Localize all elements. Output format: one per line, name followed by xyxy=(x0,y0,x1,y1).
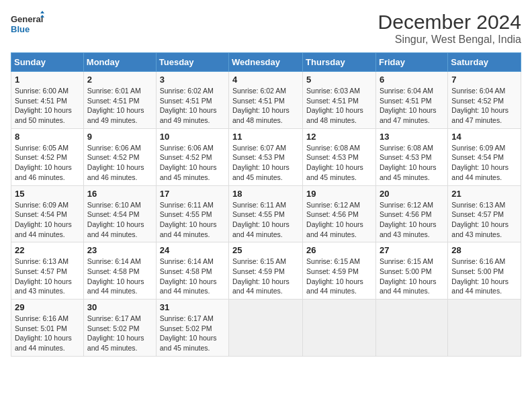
calendar-week-3: 15 Sunrise: 6:09 AM Sunset: 4:54 PM Dayl… xyxy=(11,185,521,242)
calendar-cell: 12 Sunrise: 6:08 AM Sunset: 4:53 PM Dayl… xyxy=(303,128,376,185)
header-tuesday: Tuesday xyxy=(156,53,228,72)
day-detail: Sunrise: 6:08 AM Sunset: 4:53 PM Dayligh… xyxy=(380,143,444,183)
day-number: 10 xyxy=(160,132,225,142)
header-thursday: Thursday xyxy=(303,53,376,72)
day-number: 15 xyxy=(15,189,80,199)
day-number: 11 xyxy=(232,132,299,142)
day-number: 25 xyxy=(232,245,299,255)
day-detail: Sunrise: 6:02 AM Sunset: 4:51 PM Dayligh… xyxy=(160,86,225,126)
day-detail: Sunrise: 6:04 AM Sunset: 4:52 PM Dayligh… xyxy=(451,86,517,126)
calendar-cell: 28 Sunrise: 6:16 AM Sunset: 5:00 PM Dayl… xyxy=(448,242,521,300)
page-subtitle: Singur, West Bengal, India xyxy=(378,34,521,46)
day-detail: Sunrise: 6:11 AM Sunset: 4:55 PM Dayligh… xyxy=(232,200,299,240)
calendar-cell: 10 Sunrise: 6:06 AM Sunset: 4:52 PM Dayl… xyxy=(156,128,228,185)
calendar-cell: 20 Sunrise: 6:12 AM Sunset: 4:56 PM Dayl… xyxy=(375,185,447,242)
day-detail: Sunrise: 6:08 AM Sunset: 4:53 PM Dayligh… xyxy=(306,143,372,183)
day-number: 13 xyxy=(380,132,444,142)
calendar-cell: 9 Sunrise: 6:06 AM Sunset: 4:52 PM Dayli… xyxy=(83,128,156,185)
day-detail: Sunrise: 6:14 AM Sunset: 4:58 PM Dayligh… xyxy=(87,257,152,296)
day-number: 4 xyxy=(232,75,299,85)
calendar-cell: 8 Sunrise: 6:05 AM Sunset: 4:52 PM Dayli… xyxy=(11,128,84,185)
day-detail: Sunrise: 6:07 AM Sunset: 4:53 PM Dayligh… xyxy=(232,143,299,183)
day-number: 16 xyxy=(87,189,152,199)
day-detail: Sunrise: 6:16 AM Sunset: 5:01 PM Dayligh… xyxy=(15,314,80,353)
day-detail: Sunrise: 6:15 AM Sunset: 4:59 PM Dayligh… xyxy=(306,257,372,296)
day-detail: Sunrise: 6:04 AM Sunset: 4:51 PM Dayligh… xyxy=(380,86,444,126)
calendar-cell: 19 Sunrise: 6:12 AM Sunset: 4:56 PM Dayl… xyxy=(303,185,376,242)
calendar-cell: 27 Sunrise: 6:15 AM Sunset: 5:00 PM Dayl… xyxy=(375,242,447,300)
day-detail: Sunrise: 6:12 AM Sunset: 4:56 PM Dayligh… xyxy=(306,200,372,240)
day-number: 19 xyxy=(306,189,372,199)
calendar-cell: 4 Sunrise: 6:02 AM Sunset: 4:51 PM Dayli… xyxy=(229,72,303,129)
day-number: 12 xyxy=(306,132,372,142)
day-detail: Sunrise: 6:00 AM Sunset: 4:51 PM Dayligh… xyxy=(15,86,80,126)
logo: General Blue xyxy=(11,11,44,38)
calendar-cell: 29 Sunrise: 6:16 AM Sunset: 5:01 PM Dayl… xyxy=(11,300,84,357)
day-detail: Sunrise: 6:10 AM Sunset: 4:54 PM Dayligh… xyxy=(87,200,152,240)
day-detail: Sunrise: 6:09 AM Sunset: 4:54 PM Dayligh… xyxy=(451,143,517,183)
calendar-week-1: 1 Sunrise: 6:00 AM Sunset: 4:51 PM Dayli… xyxy=(11,72,521,129)
day-number: 21 xyxy=(451,189,517,199)
day-number: 9 xyxy=(87,132,152,142)
day-number: 2 xyxy=(87,75,152,85)
svg-text:Blue: Blue xyxy=(11,24,30,34)
calendar-cell: 25 Sunrise: 6:15 AM Sunset: 4:59 PM Dayl… xyxy=(229,242,303,300)
calendar-cell xyxy=(303,300,376,357)
day-detail: Sunrise: 6:17 AM Sunset: 5:02 PM Dayligh… xyxy=(160,314,225,353)
calendar-cell: 11 Sunrise: 6:07 AM Sunset: 4:53 PM Dayl… xyxy=(229,128,303,185)
header-wednesday: Wednesday xyxy=(229,53,303,72)
calendar-cell: 6 Sunrise: 6:04 AM Sunset: 4:51 PM Dayli… xyxy=(375,72,447,129)
day-number: 18 xyxy=(232,189,299,199)
day-number: 14 xyxy=(451,132,517,142)
day-number: 17 xyxy=(160,189,225,199)
calendar-cell: 16 Sunrise: 6:10 AM Sunset: 4:54 PM Dayl… xyxy=(83,185,156,242)
calendar-cell: 18 Sunrise: 6:11 AM Sunset: 4:55 PM Dayl… xyxy=(229,185,303,242)
logo-svg: General Blue xyxy=(11,11,44,38)
day-number: 3 xyxy=(160,75,225,85)
calendar-week-5: 29 Sunrise: 6:16 AM Sunset: 5:01 PM Dayl… xyxy=(11,300,521,357)
calendar-cell: 14 Sunrise: 6:09 AM Sunset: 4:54 PM Dayl… xyxy=(448,128,521,185)
day-detail: Sunrise: 6:06 AM Sunset: 4:52 PM Dayligh… xyxy=(87,143,152,183)
calendar-cell: 23 Sunrise: 6:14 AM Sunset: 4:58 PM Dayl… xyxy=(83,242,156,300)
calendar-cell: 15 Sunrise: 6:09 AM Sunset: 4:54 PM Dayl… xyxy=(11,185,84,242)
svg-marker-2 xyxy=(40,11,44,13)
day-number: 30 xyxy=(87,302,152,312)
day-detail: Sunrise: 6:11 AM Sunset: 4:55 PM Dayligh… xyxy=(160,200,225,240)
day-detail: Sunrise: 6:13 AM Sunset: 4:57 PM Dayligh… xyxy=(15,257,80,296)
calendar-week-4: 22 Sunrise: 6:13 AM Sunset: 4:57 PM Dayl… xyxy=(11,242,521,300)
day-detail: Sunrise: 6:15 AM Sunset: 5:00 PM Dayligh… xyxy=(380,257,444,296)
calendar-cell: 24 Sunrise: 6:14 AM Sunset: 4:58 PM Dayl… xyxy=(156,242,228,300)
day-detail: Sunrise: 6:03 AM Sunset: 4:51 PM Dayligh… xyxy=(306,86,372,126)
day-detail: Sunrise: 6:17 AM Sunset: 5:02 PM Dayligh… xyxy=(87,314,152,353)
calendar-cell: 31 Sunrise: 6:17 AM Sunset: 5:02 PM Dayl… xyxy=(156,300,228,357)
day-number: 24 xyxy=(160,245,225,255)
day-detail: Sunrise: 6:02 AM Sunset: 4:51 PM Dayligh… xyxy=(232,86,299,126)
page-header: General Blue December 2024 Singur, West … xyxy=(11,11,521,46)
calendar-cell: 1 Sunrise: 6:00 AM Sunset: 4:51 PM Dayli… xyxy=(11,72,84,129)
day-number: 5 xyxy=(306,75,372,85)
day-number: 27 xyxy=(380,245,444,255)
calendar-cell xyxy=(375,300,447,357)
day-number: 28 xyxy=(451,245,517,255)
calendar-cell: 26 Sunrise: 6:15 AM Sunset: 4:59 PM Dayl… xyxy=(303,242,376,300)
day-number: 7 xyxy=(451,75,517,85)
calendar-cell xyxy=(229,300,303,357)
calendar-cell: 13 Sunrise: 6:08 AM Sunset: 4:53 PM Dayl… xyxy=(375,128,447,185)
day-detail: Sunrise: 6:09 AM Sunset: 4:54 PM Dayligh… xyxy=(15,200,80,240)
header-friday: Friday xyxy=(375,53,447,72)
calendar-cell: 3 Sunrise: 6:02 AM Sunset: 4:51 PM Dayli… xyxy=(156,72,228,129)
calendar-cell: 30 Sunrise: 6:17 AM Sunset: 5:02 PM Dayl… xyxy=(83,300,156,357)
day-number: 8 xyxy=(15,132,80,142)
calendar-cell xyxy=(448,300,521,357)
calendar-header-row: Sunday Monday Tuesday Wednesday Thursday… xyxy=(11,53,521,72)
day-number: 23 xyxy=(87,245,152,255)
day-number: 20 xyxy=(380,189,444,199)
calendar-cell: 22 Sunrise: 6:13 AM Sunset: 4:57 PM Dayl… xyxy=(11,242,84,300)
calendar-cell: 7 Sunrise: 6:04 AM Sunset: 4:52 PM Dayli… xyxy=(448,72,521,129)
day-number: 31 xyxy=(160,302,225,312)
day-detail: Sunrise: 6:06 AM Sunset: 4:52 PM Dayligh… xyxy=(160,143,225,183)
day-detail: Sunrise: 6:16 AM Sunset: 5:00 PM Dayligh… xyxy=(451,257,517,296)
day-detail: Sunrise: 6:01 AM Sunset: 4:51 PM Dayligh… xyxy=(87,86,152,126)
header-saturday: Saturday xyxy=(448,53,521,72)
page-title: December 2024 xyxy=(378,11,521,34)
